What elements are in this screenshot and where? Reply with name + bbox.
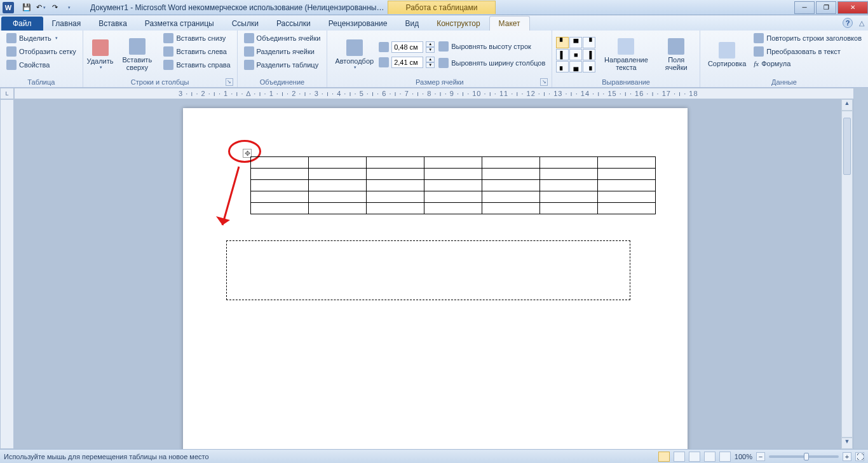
- insert-below-button[interactable]: Вставить снизу: [161, 32, 233, 45]
- document-area[interactable]: ▲ ▼ ✥: [14, 99, 854, 449]
- table-cell[interactable]: [598, 203, 656, 214]
- select-button[interactable]: Выделить▾: [4, 32, 79, 45]
- split-table-button[interactable]: Разделить таблицу: [241, 59, 323, 71]
- dialog-launcher-icon[interactable]: ↘: [226, 78, 233, 86]
- zoom-value[interactable]: 100%: [735, 453, 752, 460]
- table-cell[interactable]: [367, 169, 424, 180]
- formula-button[interactable]: fxФормула: [751, 59, 864, 69]
- table-cell[interactable]: [482, 169, 540, 180]
- view-print-layout[interactable]: [658, 452, 670, 462]
- table-cell[interactable]: [309, 157, 367, 169]
- undo-icon[interactable]: ↶▾: [34, 2, 47, 13]
- table-cell[interactable]: [251, 180, 309, 191]
- save-icon[interactable]: 💾: [20, 2, 33, 13]
- insert-right-button[interactable]: Вставить справа: [161, 59, 233, 71]
- col-width-input[interactable]: [391, 57, 423, 68]
- align-bot-right[interactable]: ▗: [583, 61, 595, 73]
- tab-layout[interactable]: Макет: [489, 16, 530, 31]
- text-direction-button[interactable]: Направление текста: [597, 37, 655, 73]
- table-cell[interactable]: [309, 203, 367, 214]
- collapse-ribbon-icon[interactable]: △: [859, 19, 864, 27]
- table-cell[interactable]: [424, 191, 482, 203]
- spin-up-icon[interactable]: ▲: [426, 57, 435, 62]
- table-cell[interactable]: [482, 180, 540, 191]
- minimize-button[interactable]: ─: [794, 1, 815, 14]
- table-cell[interactable]: [424, 157, 482, 169]
- insert-left-button[interactable]: Вставить слева: [161, 45, 233, 58]
- tab-mailings[interactable]: Рассылки: [268, 17, 320, 31]
- delete-button[interactable]: Удалить▾: [87, 32, 114, 77]
- zoom-slider[interactable]: [769, 455, 839, 458]
- table-cell[interactable]: [482, 191, 540, 203]
- document-table[interactable]: [250, 156, 656, 214]
- align-bot-left[interactable]: ▖: [556, 61, 569, 73]
- table-cell[interactable]: [309, 191, 367, 203]
- table-cell[interactable]: [424, 180, 482, 191]
- view-draft[interactable]: [719, 452, 731, 462]
- file-tab[interactable]: Файл: [1, 17, 43, 31]
- close-button[interactable]: ✕: [837, 1, 868, 14]
- zoom-in-button[interactable]: +: [843, 452, 851, 461]
- row-height-field[interactable]: ▲▼: [379, 41, 435, 53]
- ruler-corner[interactable]: L: [0, 88, 14, 99]
- align-mid-right[interactable]: ▐: [583, 49, 595, 60]
- col-width-field[interactable]: ▲▼: [379, 57, 435, 68]
- spin-down-icon[interactable]: ▼: [426, 47, 435, 53]
- table-cell[interactable]: [367, 180, 424, 191]
- view-fullscreen[interactable]: [674, 452, 685, 462]
- tab-view[interactable]: Вид: [396, 17, 428, 31]
- tab-references[interactable]: Ссылки: [223, 17, 268, 31]
- table-cell[interactable]: [367, 203, 424, 214]
- table-cell[interactable]: [309, 180, 367, 191]
- merge-cells-button[interactable]: Объединить ячейки: [241, 32, 323, 45]
- dialog-launcher-icon[interactable]: ↘: [540, 78, 548, 86]
- tab-design[interactable]: Конструктор: [428, 17, 489, 31]
- align-top-left[interactable]: ▘: [556, 37, 569, 48]
- horizontal-ruler[interactable]: 3 · ı · 2 · ı · 1 · ı · ∆ · ı · 1 · ı · …: [14, 88, 854, 99]
- table-cell[interactable]: [251, 203, 309, 214]
- table-cell[interactable]: [424, 203, 482, 214]
- scroll-down-icon[interactable]: ▼: [841, 438, 853, 449]
- align-top-center[interactable]: ▀: [569, 37, 582, 48]
- tab-home[interactable]: Главная: [43, 17, 90, 31]
- table-cell[interactable]: [540, 180, 598, 191]
- table-cell[interactable]: [251, 157, 309, 169]
- qat-customize-icon[interactable]: ▾: [62, 2, 75, 13]
- page[interactable]: ✥: [183, 108, 688, 449]
- align-mid-left[interactable]: ▌: [556, 49, 569, 60]
- align-bot-center[interactable]: ▄: [569, 61, 582, 73]
- table-cell[interactable]: [540, 169, 598, 180]
- row-height-input[interactable]: [391, 41, 423, 53]
- spin-down-icon[interactable]: ▼: [426, 62, 435, 68]
- table-cell[interactable]: [598, 169, 656, 180]
- tab-review[interactable]: Рецензирование: [320, 17, 397, 31]
- table-cell[interactable]: [251, 191, 309, 203]
- view-web[interactable]: [689, 452, 700, 462]
- table-cell[interactable]: [251, 169, 309, 180]
- table-cell[interactable]: [482, 157, 540, 169]
- view-outline[interactable]: [704, 452, 715, 462]
- gridlines-button[interactable]: Отобразить сетку: [4, 45, 79, 58]
- align-top-right[interactable]: ▝: [583, 37, 595, 48]
- distribute-rows-button[interactable]: Выровнять высоту строк: [436, 40, 548, 53]
- zoom-out-button[interactable]: −: [756, 452, 765, 461]
- table-cell[interactable]: [482, 203, 540, 214]
- table-cell[interactable]: [540, 157, 598, 169]
- table-cell[interactable]: [540, 191, 598, 203]
- split-cells-button[interactable]: Разделить ячейки: [241, 45, 323, 58]
- tab-insert[interactable]: Вставка: [90, 17, 136, 31]
- table-cell[interactable]: [367, 191, 424, 203]
- zoom-thumb[interactable]: [804, 453, 809, 460]
- table-cell[interactable]: [598, 157, 656, 169]
- table-cell[interactable]: [598, 191, 656, 203]
- table-cell[interactable]: [598, 180, 656, 191]
- vertical-scrollbar[interactable]: [841, 111, 853, 438]
- properties-button[interactable]: Свойства: [4, 59, 79, 71]
- cell-margins-button[interactable]: Поля ячейки: [657, 37, 696, 73]
- help-icon[interactable]: ?: [843, 18, 853, 28]
- table-cell[interactable]: [309, 169, 367, 180]
- insert-above-button[interactable]: Вставить сверху: [114, 32, 159, 77]
- repeat-header-button[interactable]: Повторить строки заголовков: [751, 32, 864, 45]
- redo-icon[interactable]: ↷: [48, 2, 61, 13]
- align-mid-center[interactable]: ■: [569, 49, 582, 60]
